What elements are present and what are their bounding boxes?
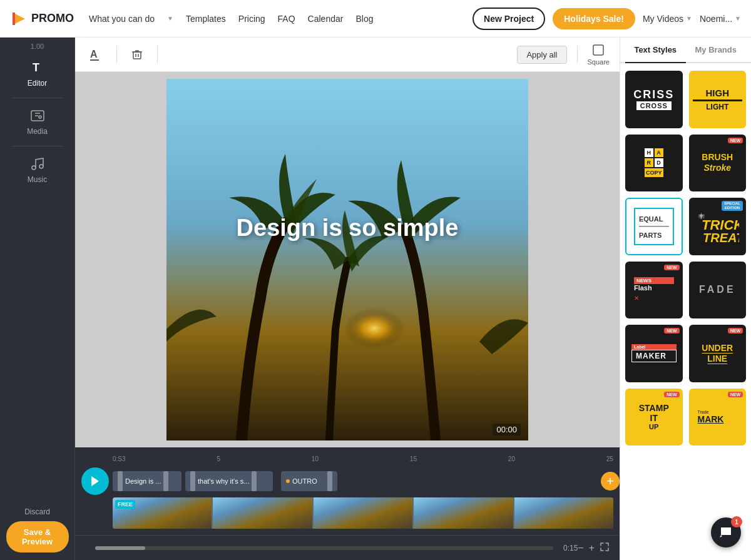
sidebar-editor-label: Editor (28, 79, 47, 88)
sidebar-item-media[interactable]: Media (0, 101, 74, 143)
video-text-overlay: Design is so simple (237, 215, 459, 242)
media-thumb-1: FREE (113, 497, 212, 529)
chat-icon (718, 525, 733, 540)
brush-main-text: BRUSHStroke (702, 152, 733, 173)
track-handle-left2[interactable] (190, 471, 195, 491)
style-card-trick-treat[interactable]: SPECIALEDITION 🕷 TRICKor TREAT (689, 198, 747, 255)
nav-faq[interactable]: FAQ (278, 14, 295, 24)
ruler-mark-20: 20 (508, 456, 515, 462)
media-strip[interactable]: FREE (113, 497, 613, 529)
sidebar-item-music[interactable]: Music (0, 149, 74, 191)
underline-icon: A (89, 48, 103, 61)
tab-text-styles[interactable]: Text Styles (625, 38, 686, 63)
high-bottom-text: LIGHT (706, 103, 728, 111)
stamp-it-text: IT (650, 413, 658, 423)
holidays-sale-button[interactable]: Holidays Sale! (553, 8, 635, 29)
bottom-bar: 0:15 − + (75, 535, 620, 560)
timeline-scroll-thumb[interactable] (95, 546, 145, 550)
canvas-area: Design is so simple 00:00 (75, 72, 620, 447)
fit-icon (600, 542, 610, 552)
nav-templates[interactable]: Templates (186, 14, 226, 24)
under-line-text: UNDERLINE (702, 343, 733, 364)
equal-parts-inner: EQUAL PARTS (626, 199, 682, 254)
timeline-scrollbar[interactable] (95, 546, 553, 550)
equal-border: EQUAL PARTS (634, 208, 674, 245)
sidebar-music-label: Music (28, 175, 47, 184)
style-card-criss-cross[interactable]: CRISS CROSS (625, 71, 683, 128)
stamp-new-badge: NEW (664, 392, 679, 397)
style-card-news-flash[interactable]: NEW NEWS Flash ✕ (625, 262, 683, 319)
maker-title-text: MAKER (631, 350, 677, 362)
fade-text: FADE (699, 284, 736, 295)
text-icon: T (30, 60, 45, 75)
new-project-button[interactable]: New Project (473, 8, 545, 30)
logo-icon (10, 10, 28, 28)
nav-pricing[interactable]: Pricing (238, 14, 265, 24)
nav-what-you-can-do[interactable]: What you can do (89, 14, 155, 24)
svg-point-6 (39, 165, 43, 168)
zoom-fit-button[interactable] (600, 542, 610, 554)
top-navigation: PROMO What you can do ▼ Templates Pricin… (0, 0, 751, 38)
media-thumb-3 (314, 497, 412, 529)
media-thumb-2 (213, 497, 312, 529)
style-card-brush-stroke[interactable]: NEW BRUSHStroke (689, 135, 747, 192)
zoom-out-button[interactable]: − (578, 542, 583, 554)
hard-copy-grid: H A R D COPY (642, 146, 666, 180)
toolbar-divider-1 (116, 46, 117, 63)
my-videos-button[interactable]: My Videos ▼ (643, 14, 692, 24)
chat-bubble[interactable]: 1 (711, 517, 741, 547)
track-segment-thats[interactable]: that's why it's s... (185, 471, 273, 491)
add-track-button[interactable]: + (601, 472, 620, 491)
discard-button[interactable]: Discard (24, 507, 50, 516)
sidebar-item-editor[interactable]: T Editor (0, 53, 74, 95)
style-card-label-maker[interactable]: NEW Label MAKER (625, 325, 683, 382)
trick-special-badge: SPECIALEDITION (722, 201, 743, 211)
maker-content: Label MAKER (631, 344, 677, 362)
track-segment-design[interactable]: Design is ... (113, 471, 181, 491)
nav-blog[interactable]: Blog (355, 14, 373, 24)
tab-my-brands[interactable]: My Brands (686, 38, 747, 63)
delete-button[interactable] (127, 44, 147, 64)
panel-tabs: Text Styles My Brands (620, 38, 751, 63)
stamp-up-text: UP (649, 423, 658, 430)
square-button[interactable]: Square (588, 43, 610, 66)
ruler-mark-0: 0:S3 (113, 456, 126, 462)
panel-content: CRISS CROSS HIGH LIGHT H A R (620, 63, 751, 560)
style-card-fade[interactable]: FADE (689, 262, 747, 319)
track-handle-outro[interactable] (327, 471, 332, 491)
zoom-in-button[interactable]: + (589, 542, 595, 554)
logo[interactable]: PROMO (10, 10, 74, 28)
style-card-trade-mark[interactable]: NEW Trade MARK (689, 389, 747, 446)
play-button[interactable] (81, 467, 109, 495)
ruler-mark-10: 10 (312, 456, 319, 462)
svg-rect-1 (13, 13, 15, 25)
trick-svg: 🕷 TRICKor TREAT (695, 206, 739, 247)
track-handle-left[interactable] (118, 471, 123, 491)
video-background: Design is so simple 00:00 (166, 79, 528, 440)
video-timestamp: 00:00 (493, 424, 521, 435)
hard-copy-inner: H A R D COPY (626, 136, 682, 191)
style-card-under-line[interactable]: NEW UNDERLINE (689, 325, 747, 382)
free-badge: FREE (115, 500, 135, 509)
video-frame: Design is so simple 00:00 (166, 79, 528, 440)
chat-badge: 1 (731, 516, 742, 527)
track-handle-right[interactable] (163, 471, 168, 491)
track-handle-right2[interactable] (252, 471, 257, 491)
save-preview-button[interactable]: Save & Preview (6, 521, 69, 552)
svg-rect-10 (593, 45, 603, 55)
nav-calendar[interactable]: Calendar (308, 14, 344, 24)
style-card-equal-parts[interactable]: EQUAL PARTS (625, 198, 683, 255)
user-menu-button[interactable]: Noemi... ▼ (700, 14, 741, 24)
style-card-hard-copy[interactable]: H A R D COPY (625, 135, 683, 192)
logo-text: PROMO (31, 12, 74, 25)
equal-bottom-text: PARTS (639, 232, 662, 239)
svg-point-4 (39, 116, 41, 118)
text-format-button[interactable]: A (85, 44, 106, 65)
apply-all-button[interactable]: Apply all (517, 46, 566, 64)
sidebar-bottom: Discard Save & Preview (0, 507, 74, 560)
news-new-badge: NEW (664, 265, 679, 270)
hc-c: COPY (645, 168, 663, 177)
style-card-high-light[interactable]: HIGH LIGHT (689, 71, 747, 128)
style-card-stamp-it-up[interactable]: NEW STAMP IT UP (625, 389, 683, 446)
track-segment-outro[interactable]: OUTRO (281, 471, 337, 491)
